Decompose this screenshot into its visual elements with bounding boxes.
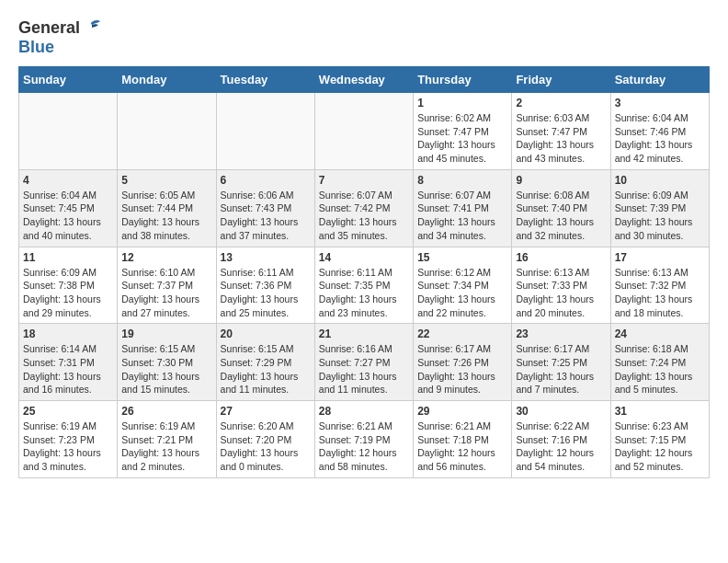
daylight-label: Daylight: 12 hours and 52 minutes. xyxy=(615,447,693,472)
sunrise-label: Sunrise: 6:11 AM xyxy=(319,267,392,278)
daylight-label: Daylight: 13 hours and 7 minutes. xyxy=(516,371,594,396)
sunrise-label: Sunrise: 6:12 AM xyxy=(417,267,491,278)
sunrise-label: Sunrise: 6:23 AM xyxy=(615,420,688,431)
calendar-week-row: 11Sunrise: 6:09 AMSunset: 7:38 PMDayligh… xyxy=(19,247,710,324)
sunrise-label: Sunrise: 6:17 AM xyxy=(417,343,491,354)
sunrise-label: Sunrise: 6:14 AM xyxy=(23,343,97,354)
calendar-cell: 22Sunrise: 6:17 AMSunset: 7:26 PMDayligh… xyxy=(414,324,512,401)
calendar-cell: 7Sunrise: 6:07 AMSunset: 7:42 PMDaylight… xyxy=(314,169,413,247)
sunrise-label: Sunrise: 6:04 AM xyxy=(23,190,97,201)
cell-info: Sunrise: 6:06 AMSunset: 7:43 PMDaylight:… xyxy=(221,189,311,243)
sunset-label: Sunset: 7:41 PM xyxy=(417,202,489,213)
calendar-cell: 25Sunrise: 6:19 AMSunset: 7:23 PMDayligh… xyxy=(19,401,118,478)
weekday-header-monday: Monday xyxy=(118,67,216,93)
sunset-label: Sunset: 7:39 PM xyxy=(615,202,687,213)
day-number: 13 xyxy=(221,251,311,264)
sunset-label: Sunset: 7:26 PM xyxy=(417,357,489,368)
daylight-label: Daylight: 13 hours and 23 minutes. xyxy=(319,293,397,318)
sunrise-label: Sunrise: 6:21 AM xyxy=(417,420,491,431)
sunrise-label: Sunrise: 6:13 AM xyxy=(615,267,688,278)
cell-info: Sunrise: 6:14 AMSunset: 7:31 PMDaylight:… xyxy=(23,342,113,396)
calendar-cell: 13Sunrise: 6:11 AMSunset: 7:36 PMDayligh… xyxy=(216,247,314,324)
daylight-label: Daylight: 12 hours and 54 minutes. xyxy=(516,447,594,472)
day-number: 7 xyxy=(319,174,409,187)
calendar-cell: 16Sunrise: 6:13 AMSunset: 7:33 PMDayligh… xyxy=(512,247,610,324)
sunrise-label: Sunrise: 6:17 AM xyxy=(516,343,589,354)
sunset-label: Sunset: 7:31 PM xyxy=(23,357,95,368)
calendar-cell: 1Sunrise: 6:02 AMSunset: 7:47 PMDaylight… xyxy=(414,93,512,170)
sunrise-label: Sunrise: 6:19 AM xyxy=(121,420,195,431)
day-number: 22 xyxy=(417,327,507,340)
day-number: 5 xyxy=(121,174,211,187)
calendar-cell: 31Sunrise: 6:23 AMSunset: 7:15 PMDayligh… xyxy=(610,401,709,478)
daylight-label: Daylight: 13 hours and 42 minutes. xyxy=(615,139,693,164)
daylight-label: Daylight: 13 hours and 38 minutes. xyxy=(121,216,199,241)
calendar-cell: 12Sunrise: 6:10 AMSunset: 7:37 PMDayligh… xyxy=(118,247,216,324)
day-number: 8 xyxy=(417,174,507,187)
daylight-label: Daylight: 13 hours and 18 minutes. xyxy=(615,293,693,318)
day-number: 27 xyxy=(221,405,311,418)
day-number: 24 xyxy=(615,327,705,340)
cell-info: Sunrise: 6:02 AMSunset: 7:47 PMDaylight:… xyxy=(417,111,507,166)
sunset-label: Sunset: 7:33 PM xyxy=(516,280,587,291)
daylight-label: Daylight: 12 hours and 58 minutes. xyxy=(319,447,397,472)
cell-info: Sunrise: 6:17 AMSunset: 7:26 PMDaylight:… xyxy=(417,342,507,396)
sunset-label: Sunset: 7:42 PM xyxy=(319,202,391,213)
daylight-label: Daylight: 13 hours and 30 minutes. xyxy=(615,216,693,241)
cell-info: Sunrise: 6:15 AMSunset: 7:30 PMDaylight:… xyxy=(121,342,211,396)
calendar-cell: 6Sunrise: 6:06 AMSunset: 7:43 PMDaylight… xyxy=(216,169,314,247)
cell-info: Sunrise: 6:18 AMSunset: 7:24 PMDaylight:… xyxy=(615,342,705,396)
day-number: 31 xyxy=(615,405,705,418)
daylight-label: Daylight: 13 hours and 9 minutes. xyxy=(417,371,495,396)
sunrise-label: Sunrise: 6:04 AM xyxy=(615,112,688,123)
day-number: 18 xyxy=(23,327,113,340)
sunset-label: Sunset: 7:43 PM xyxy=(221,202,292,213)
sunset-label: Sunset: 7:35 PM xyxy=(319,280,391,291)
day-number: 1 xyxy=(417,97,507,109)
cell-info: Sunrise: 6:19 AMSunset: 7:23 PMDaylight:… xyxy=(23,419,113,474)
calendar-cell: 10Sunrise: 6:09 AMSunset: 7:39 PMDayligh… xyxy=(610,169,709,247)
sunrise-label: Sunrise: 6:20 AM xyxy=(221,420,294,431)
cell-info: Sunrise: 6:20 AMSunset: 7:20 PMDaylight:… xyxy=(221,419,311,474)
daylight-label: Daylight: 13 hours and 3 minutes. xyxy=(23,447,101,472)
cell-info: Sunrise: 6:23 AMSunset: 7:15 PMDaylight:… xyxy=(615,419,705,474)
day-number: 9 xyxy=(516,174,606,187)
sunset-label: Sunset: 7:20 PM xyxy=(221,434,292,445)
cell-info: Sunrise: 6:22 AMSunset: 7:16 PMDaylight:… xyxy=(516,419,606,474)
calendar-cell: 8Sunrise: 6:07 AMSunset: 7:41 PMDaylight… xyxy=(414,169,512,247)
day-number: 19 xyxy=(121,327,211,340)
sunrise-label: Sunrise: 6:10 AM xyxy=(121,267,195,278)
daylight-label: Daylight: 13 hours and 2 minutes. xyxy=(121,447,199,472)
logo: General Blue xyxy=(18,18,102,57)
sunrise-label: Sunrise: 6:11 AM xyxy=(221,267,294,278)
day-number: 12 xyxy=(121,251,211,264)
calendar-cell: 21Sunrise: 6:16 AMSunset: 7:27 PMDayligh… xyxy=(314,324,413,401)
sunset-label: Sunset: 7:36 PM xyxy=(221,280,292,291)
calendar-cell: 24Sunrise: 6:18 AMSunset: 7:24 PMDayligh… xyxy=(610,324,709,401)
weekday-header-sunday: Sunday xyxy=(19,67,118,93)
sunset-label: Sunset: 7:34 PM xyxy=(417,280,489,291)
sunrise-label: Sunrise: 6:06 AM xyxy=(221,190,294,201)
weekday-header-tuesday: Tuesday xyxy=(216,67,314,93)
sunrise-label: Sunrise: 6:08 AM xyxy=(516,190,589,201)
sunrise-label: Sunrise: 6:15 AM xyxy=(121,343,195,354)
sunset-label: Sunset: 7:29 PM xyxy=(221,357,292,368)
sunset-label: Sunset: 7:40 PM xyxy=(516,202,587,213)
sunset-label: Sunset: 7:15 PM xyxy=(615,434,687,445)
cell-info: Sunrise: 6:16 AMSunset: 7:27 PMDaylight:… xyxy=(319,342,409,396)
daylight-label: Daylight: 13 hours and 11 minutes. xyxy=(319,371,397,396)
daylight-label: Daylight: 13 hours and 34 minutes. xyxy=(417,216,495,241)
sunset-label: Sunset: 7:47 PM xyxy=(516,126,587,137)
cell-info: Sunrise: 6:11 AMSunset: 7:35 PMDaylight:… xyxy=(319,266,409,320)
sunset-label: Sunset: 7:32 PM xyxy=(615,280,687,291)
day-number: 4 xyxy=(23,174,113,187)
cell-info: Sunrise: 6:21 AMSunset: 7:18 PMDaylight:… xyxy=(417,419,507,474)
cell-info: Sunrise: 6:07 AMSunset: 7:41 PMDaylight:… xyxy=(417,189,507,243)
weekday-header-wednesday: Wednesday xyxy=(314,67,413,93)
logo-general-text: General xyxy=(18,18,80,38)
calendar-cell: 3Sunrise: 6:04 AMSunset: 7:46 PMDaylight… xyxy=(610,93,709,170)
day-number: 10 xyxy=(615,174,705,187)
sunset-label: Sunset: 7:21 PM xyxy=(121,434,193,445)
weekday-header-thursday: Thursday xyxy=(414,67,512,93)
sunset-label: Sunset: 7:30 PM xyxy=(121,357,193,368)
